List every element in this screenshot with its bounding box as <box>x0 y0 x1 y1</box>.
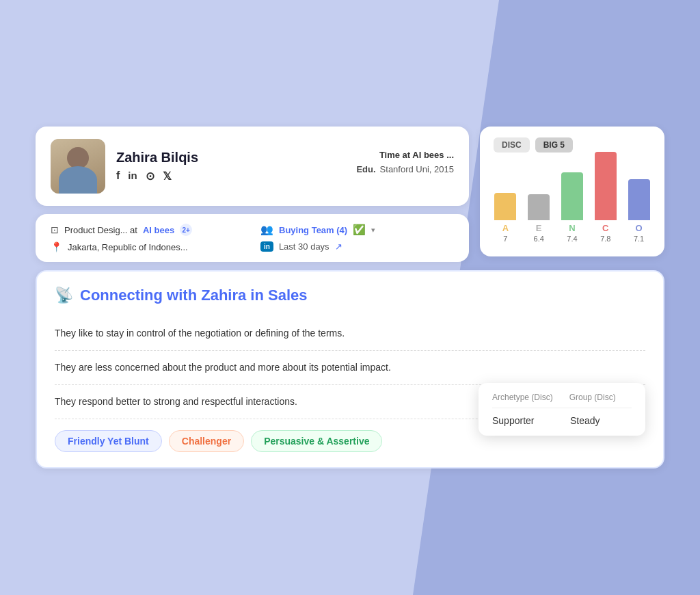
tooltip-row: Supporter Steady <box>492 415 632 426</box>
bar-value-a: 7 <box>503 235 507 243</box>
chart-card: DISC BIG 5 A7E6.4N7.4C7.8O7.1 <box>480 127 664 256</box>
bar-value-e: 6.4 <box>534 235 544 243</box>
bar-o <box>628 179 650 220</box>
bar-value-c: 7.8 <box>600 235 610 243</box>
chart-tabs: DISC BIG 5 <box>494 137 651 153</box>
team-icon: 👥 <box>260 224 273 236</box>
tab-big5[interactable]: BIG 5 <box>535 137 573 153</box>
external-link-icon[interactable]: ↗ <box>335 241 342 252</box>
buying-team-label[interactable]: Buying Team (4) <box>279 225 347 235</box>
job-info: ⊡ Product Desig... at AI bees 2+ <box>51 224 244 236</box>
bar-label-n: N <box>569 223 575 233</box>
bar-e <box>528 194 550 220</box>
profile-info: Zahira Bilqis f in ⊙ 𝕏 <box>116 150 356 183</box>
location-icon: 📍 <box>51 241 62 252</box>
insight-1: They like to stay in control of the nego… <box>55 317 645 351</box>
info-left: ⊡ Product Desig... at AI bees 2+ 📍 Jakar… <box>51 224 244 252</box>
bar-chart: A7E6.4N7.4C7.8O7.1 <box>494 163 651 246</box>
bar-group-c: C7.8 <box>593 152 617 243</box>
time-label: Time at AI bees ... <box>379 150 454 160</box>
bar-c <box>595 152 617 220</box>
tag-persuasive[interactable]: Persuasive & Assertive <box>251 430 382 452</box>
instagram-icon[interactable]: ⊙ <box>146 170 154 183</box>
tab-disc[interactable]: DISC <box>494 137 530 153</box>
tooltip-col2-value: Steady <box>570 415 632 426</box>
bar-group-a: A7 <box>494 193 517 243</box>
company-badge: 2+ <box>180 224 192 236</box>
info-card: ⊡ Product Desig... at AI bees 2+ 📍 Jakar… <box>36 214 469 262</box>
profile-right: Time at AI bees ... Edu. Stanford Uni, 2… <box>356 150 454 174</box>
bar-label-c: C <box>602 223 608 233</box>
tooltip-col1-value: Supporter <box>492 415 554 426</box>
bar-value-o: 7.1 <box>634 235 644 243</box>
bar-a <box>494 193 516 220</box>
check-icon: ✅ <box>353 224 366 236</box>
bar-label-a: A <box>502 223 509 233</box>
wifi-icon: 📡 <box>55 287 73 304</box>
bar-group-e: E6.4 <box>527 194 551 243</box>
tag-challenger[interactable]: Challenger <box>169 430 244 452</box>
info-right: 👥 Buying Team (4) ✅ ▾ in Last 30 days ↗ <box>260 224 454 252</box>
connecting-title-text: Connecting with Zahira in Sales <box>80 287 308 304</box>
avatar <box>51 139 105 194</box>
linkedin-icon[interactable]: in <box>128 170 137 183</box>
bar-value-n: 7.4 <box>567 235 577 243</box>
bar-label-e: E <box>536 223 542 233</box>
bar-label-o: O <box>636 223 643 233</box>
linkedin-badge: in <box>260 241 273 252</box>
connecting-title: 📡 Connecting with Zahira in Sales <box>55 287 645 304</box>
edu-row: Edu. Stanford Uni, 2015 <box>356 164 454 174</box>
edu-value: Stanford Uni, 2015 <box>380 164 454 174</box>
main-container: Zahira Bilqis f in ⊙ 𝕏 Time at AI bees .… <box>36 127 664 468</box>
tooltip-col2-header: Group (Disc) <box>569 393 616 402</box>
facebook-icon[interactable]: f <box>116 170 120 183</box>
bar-group-o: O7.1 <box>627 179 651 243</box>
chevron-down-icon[interactable]: ▾ <box>371 226 375 235</box>
person-icon: ⊡ <box>51 224 59 235</box>
location-text: Jakarta, Republic of Indones... <box>68 242 188 252</box>
social-icons: f in ⊙ 𝕏 <box>116 170 356 183</box>
company-name[interactable]: AI bees <box>143 225 174 235</box>
insight-2: They are less concerned about the produc… <box>55 351 645 385</box>
profile-name: Zahira Bilqis <box>116 150 356 166</box>
tag-friendly[interactable]: Friendly Yet Blunt <box>55 430 162 452</box>
bar-group-n: N7.4 <box>561 172 584 243</box>
top-row: Zahira Bilqis f in ⊙ 𝕏 Time at AI bees .… <box>36 127 664 262</box>
location-info: 📍 Jakarta, Republic of Indones... <box>51 241 244 252</box>
connecting-card: 📡 Connecting with Zahira in Sales They l… <box>36 270 664 468</box>
buying-team-row: 👥 Buying Team (4) ✅ ▾ <box>260 224 454 236</box>
edu-label: Edu. <box>356 164 375 174</box>
tooltip-header: Archetype (Disc) Group (Disc) <box>492 393 632 408</box>
twitter-icon[interactable]: 𝕏 <box>163 170 172 183</box>
linkedin-label[interactable]: Last 30 days <box>279 241 329 252</box>
disc-tooltip: Archetype (Disc) Group (Disc) Supporter … <box>479 383 645 436</box>
avatar-image <box>51 139 105 194</box>
bar-n <box>561 172 583 220</box>
job-title: Product Desig... at <box>64 225 137 235</box>
linkedin-row: in Last 30 days ↗ <box>260 241 454 252</box>
profile-card: Zahira Bilqis f in ⊙ 𝕏 Time at AI bees .… <box>36 127 469 206</box>
tooltip-col1-header: Archetype (Disc) <box>492 393 553 402</box>
profile-header-section: Zahira Bilqis f in ⊙ 𝕏 Time at AI bees .… <box>116 150 454 183</box>
profile-top: Zahira Bilqis f in ⊙ 𝕏 Time at AI bees .… <box>51 139 454 194</box>
